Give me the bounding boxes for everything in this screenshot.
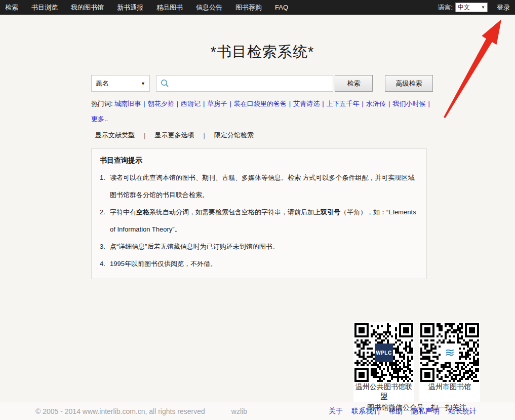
- hot-word-separator: |: [203, 100, 205, 107]
- tips-item: 4.1995年以前图书仅供阅览，不外借。: [100, 255, 418, 273]
- qr-code-box: WPLC温州公共图书馆联盟: [353, 322, 414, 402]
- nav-right-group: 语言: 中文 ▼ 登录: [438, 3, 515, 12]
- tips-item-number: 4.: [100, 255, 105, 273]
- tips-item-text: 空格: [136, 208, 149, 216]
- hot-word-link[interactable]: 装在口袋里的爸爸: [234, 100, 287, 107]
- nav-item-精品图书[interactable]: 精品图书: [150, 3, 189, 12]
- qr-center-logo-icon: WPLC: [375, 343, 393, 362]
- main-content: *书目检索系统* 题名 ▼ 检索 高级检索 热门词: 城南旧事|朝花夕拾|西游记…: [91, 15, 433, 279]
- tips-item: 2.字符中有空格系统自动分词，如需要检索包含空格的字符串，请前后加上双引号（半角…: [100, 204, 418, 238]
- nav-item-图书荐购[interactable]: 图书荐购: [229, 3, 268, 12]
- qr-center-logo-icon: ≋: [441, 343, 459, 362]
- hot-word-separator: |: [428, 100, 429, 107]
- copyright-text: © 2005 - 2014 www.interlib.com.cn, all r…: [35, 407, 205, 415]
- tips-item-text: 1995年以前图书仅供阅览，不外借。: [110, 260, 217, 268]
- tips-item-number: 1.: [100, 169, 105, 186]
- language-select-value: 中文: [458, 3, 470, 12]
- top-navigation-bar: 检索书目浏览我的图书馆新书通报精品图书信息公告图书荐购FAQ 语言: 中文 ▼ …: [0, 0, 515, 15]
- nav-item-检索[interactable]: 检索: [0, 3, 25, 12]
- qr-caption: 温州市图书馆: [420, 382, 479, 392]
- hot-word-link[interactable]: 朝花夕拾: [148, 100, 174, 107]
- hot-words-label: 热门词:: [91, 100, 113, 107]
- tips-item: 3.点“详细信息”后若无馆藏信息时为已订购还未到馆的图书。: [100, 238, 418, 255]
- tips-list: 1.读者可以在此查询本馆的图书、期刊、古籍、多媒体等信息。检索 方式可以多个条件…: [100, 169, 418, 273]
- nav-item-书目浏览[interactable]: 书目浏览: [25, 3, 64, 12]
- hot-word-separator: |: [289, 100, 291, 107]
- option-toggle[interactable]: 显示更多选项: [154, 131, 194, 140]
- chevron-down-icon: ▼: [481, 5, 485, 10]
- option-toggle[interactable]: 限定分馆检索: [214, 131, 254, 140]
- hot-word-link[interactable]: 水浒传: [366, 100, 386, 107]
- option-separator: |: [203, 132, 205, 139]
- tips-box: 书目查询提示 1.读者可以在此查询本馆的图书、期刊、古籍、多媒体等信息。检索 方…: [91, 148, 427, 279]
- hot-word-separator: |: [388, 100, 390, 107]
- login-pointer-arrow-icon: [434, 15, 508, 119]
- tips-item-text: 双引号: [321, 208, 340, 216]
- search-button[interactable]: 检索: [335, 75, 373, 92]
- tips-item-text: 读者可以在此查询本馆的图书、期刊、古籍、多媒体等信息。检索 方式可以多个条件组配…: [110, 174, 415, 199]
- hot-word-separator: |: [229, 100, 231, 107]
- hot-word-link[interactable]: 更多..: [91, 115, 108, 123]
- footer-link-关于[interactable]: 关于: [329, 407, 343, 416]
- language-label: 语言:: [438, 3, 453, 12]
- brand-text: wzlib: [231, 407, 247, 415]
- login-link[interactable]: 登录: [497, 3, 510, 12]
- qr-section: WPLC温州公共图书馆联盟≋温州市图书馆 图书馆微信公众号，扫一扫关注: [353, 322, 480, 412]
- qr-row: WPLC温州公共图书馆联盟≋温州市图书馆: [353, 322, 480, 402]
- search-field-select[interactable]: 题名 ▼: [91, 75, 150, 92]
- tips-item-number: 3.: [100, 238, 105, 255]
- search-field-value: 题名: [96, 79, 109, 88]
- qr-caption: 温州公共图书馆联盟: [354, 382, 413, 402]
- qr-code-image: WPLC: [354, 323, 413, 382]
- search-option-toggles: 显示文献类型|显示更多选项|限定分馆检索: [95, 131, 433, 140]
- tips-item-text: 点“详细信息”后若无馆藏信息时为已订购还未到馆的图书。: [110, 243, 279, 250]
- language-select[interactable]: 中文 ▼: [455, 3, 488, 12]
- qr-note: 图书馆微信公众号，扫一扫关注: [353, 403, 480, 412]
- option-toggle[interactable]: 显示文献类型: [95, 131, 135, 140]
- qr-code-box: ≋温州市图书馆: [419, 322, 480, 402]
- qr-code-image: ≋: [420, 323, 479, 382]
- search-bar: 题名 ▼ 检索 高级检索: [91, 75, 433, 92]
- hot-words-row: 热门词: 城南旧事|朝花夕拾|西游记|草房子|装在口袋里的爸爸|艾青诗选|上下五…: [91, 96, 433, 127]
- nav-item-FAQ[interactable]: FAQ: [268, 4, 295, 11]
- nav-items: 检索书目浏览我的图书馆新书通报精品图书信息公告图书荐购FAQ: [0, 3, 295, 12]
- hot-words-links: 城南旧事|朝花夕拾|西游记|草房子|装在口袋里的爸爸|艾青诗选|上下五千年|水浒…: [91, 100, 432, 123]
- nav-item-新书通报[interactable]: 新书通报: [110, 3, 150, 12]
- tips-item-text: 字符中有: [110, 208, 136, 216]
- search-input[interactable]: [172, 75, 329, 91]
- search-icon: [161, 79, 169, 88]
- nav-item-信息公告[interactable]: 信息公告: [189, 3, 229, 12]
- hot-word-separator: |: [322, 100, 324, 107]
- hot-word-link[interactable]: 艾青诗选: [293, 100, 320, 107]
- tips-item-text: 系统自动分词，如需要检索包含空格的字符串，请前后加上: [149, 208, 321, 216]
- tips-title: 书目查询提示: [100, 156, 418, 165]
- option-separator: |: [144, 132, 145, 139]
- tips-item-number: 2.: [100, 204, 105, 221]
- hot-word-separator: |: [177, 100, 178, 107]
- hot-word-separator: |: [362, 100, 364, 107]
- advanced-search-button[interactable]: 高级检索: [385, 75, 433, 92]
- hot-word-link[interactable]: 上下五千年: [327, 100, 360, 107]
- tips-item: 1.读者可以在此查询本馆的图书、期刊、古籍、多媒体等信息。检索 方式可以多个条件…: [100, 169, 418, 204]
- hot-word-link[interactable]: 城南旧事: [114, 100, 141, 107]
- chevron-down-icon: ▼: [141, 81, 145, 86]
- search-input-wrap: [156, 75, 333, 92]
- hot-word-link[interactable]: 草房子: [207, 100, 227, 107]
- hot-word-separator: |: [143, 100, 145, 107]
- nav-item-我的图书馆[interactable]: 我的图书馆: [64, 3, 110, 12]
- hot-word-link[interactable]: 西游记: [181, 100, 201, 107]
- page-title: *书目检索系统*: [91, 43, 433, 61]
- hot-word-link[interactable]: 我们小时候: [392, 100, 425, 107]
